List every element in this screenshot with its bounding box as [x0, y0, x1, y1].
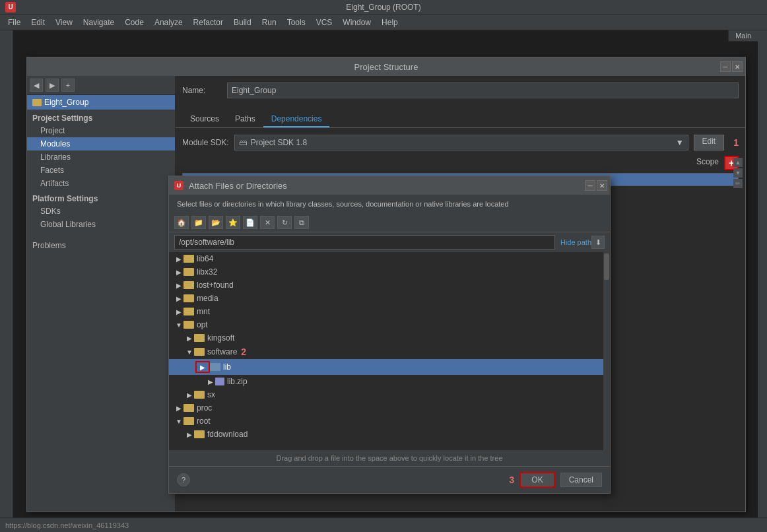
editor-tab[interactable]: Main [728, 30, 758, 42]
tree-facets[interactable]: Facets [27, 164, 175, 177]
module-eight-group-row[interactable]: Eight_Group [27, 95, 175, 110]
tree-item-media[interactable]: ▶ media [169, 292, 603, 305]
menu-vcs[interactable]: VCS [311, 17, 338, 28]
collapse-btn[interactable]: ✕ [260, 216, 275, 229]
tree-modules[interactable]: Modules [27, 137, 175, 150]
app-icon: U [5, 2, 16, 13]
module-folder-icon [32, 99, 42, 106]
ide-frame: Main Project Structure ─ ✕ [0, 30, 767, 532]
ok-button[interactable]: OK [519, 472, 554, 488]
copy-path-btn[interactable]: ⧉ [294, 216, 309, 229]
tree-item-mnt[interactable]: ▶ mnt [169, 305, 603, 318]
tree-libraries[interactable]: Libraries [27, 150, 175, 164]
ps-minimize-btn[interactable]: ─ [720, 61, 731, 72]
tree-sdks[interactable]: SDKs [27, 205, 175, 218]
menu-view[interactable]: View [50, 17, 78, 28]
folder-icon-mnt [183, 308, 194, 316]
menu-run[interactable]: Run [257, 17, 282, 28]
status-url: https://blog.csdn.net/weixin_46119343 [5, 521, 129, 529]
tree-artifacts[interactable]: Artifacts [27, 177, 175, 190]
menu-build[interactable]: Build [228, 17, 257, 28]
tree-project[interactable]: Project [27, 124, 175, 137]
refresh-btn[interactable]: ↻ [277, 216, 292, 229]
menu-tools[interactable]: Tools [282, 17, 311, 28]
tab-dependencies[interactable]: Dependencies [263, 112, 330, 127]
tree-item-proc[interactable]: ▶ proc [169, 401, 603, 415]
menu-edit[interactable]: Edit [26, 17, 50, 28]
parent-dir-btn[interactable]: 📂 [209, 216, 223, 229]
edit-button[interactable]: Edit [694, 135, 725, 150]
add-btn[interactable]: + [61, 79, 75, 92]
folder-icon-lostfound [183, 281, 194, 289]
favorites-btn[interactable]: ⭐ [226, 216, 240, 229]
menu-refactor[interactable]: Refactor [188, 17, 228, 28]
tree-item-libzip[interactable]: ▶ lib.zip [169, 375, 603, 388]
tree-item-fddownload[interactable]: ▶ fddownload [169, 428, 603, 441]
file-tree-scrollbar[interactable] [603, 252, 610, 450]
name-input[interactable] [227, 83, 739, 98]
menu-code[interactable]: Code [119, 17, 149, 28]
fb-toolbar: 🏠 📁 📂 ⭐ 📄 ✕ ↻ ⧉ [169, 213, 610, 232]
tree-item-lib64[interactable]: ▶ lib64 [169, 252, 603, 265]
tree-item-lib[interactable]: ▶ lib [169, 359, 603, 375]
dialog-icon: U [174, 181, 183, 190]
label-lib64: lib64 [197, 254, 213, 263]
folder-icon-libx32 [183, 268, 194, 276]
scroll-down-btn[interactable]: ▼ [733, 168, 743, 178]
forward-btn[interactable]: ▶ [46, 79, 59, 92]
module-name: Eight_Group [44, 98, 88, 107]
name-label: Name: [182, 86, 222, 95]
ps-win-controls: ─ ✕ [720, 61, 743, 72]
help-button[interactable]: ? [177, 473, 190, 486]
scroll-up-btn[interactable]: ▲ [733, 158, 743, 167]
annotation-3: 3 [510, 475, 515, 485]
label-fddownload: fddownload [207, 430, 248, 439]
back-btn[interactable]: ◀ [30, 79, 43, 92]
dialog-footer: ? 3 OK Cancel [169, 466, 610, 493]
tree-item-software[interactable]: ▼ software 2 [169, 345, 603, 359]
edit-ctrl-btn[interactable]: ✏ [733, 179, 743, 188]
chevron-proc: ▶ [174, 405, 183, 412]
hide-path-link[interactable]: Hide path [560, 238, 591, 246]
cancel-button[interactable]: Cancel [560, 473, 602, 487]
folder-icon-proc [183, 404, 194, 412]
sdk-select[interactable]: 🗃 Project SDK 1.8 ▼ [234, 135, 688, 150]
chevron-lib64: ▶ [174, 255, 183, 263]
label-media: media [197, 294, 218, 303]
annotation-1: 1 [733, 137, 739, 148]
dialog-close-btn[interactable]: ✕ [597, 180, 607, 191]
menu-navigate[interactable]: Navigate [78, 17, 119, 28]
tree-item-kingsoft[interactable]: ▶ kingsoft [169, 331, 603, 345]
path-input[interactable] [174, 235, 555, 249]
tree-global-libraries[interactable]: Global Libraries [27, 218, 175, 231]
menu-file[interactable]: File [3, 17, 26, 28]
label-libzip: lib.zip [227, 377, 248, 386]
tab-sources[interactable]: Sources [182, 112, 227, 127]
right-stripe [758, 30, 767, 532]
dialog-title: Attach Files or Directories [189, 181, 287, 191]
chevron-down-icon: ▼ [676, 138, 684, 147]
dialog-title-bar: U Attach Files or Directories ─ ✕ [169, 176, 610, 195]
menu-analyze[interactable]: Analyze [149, 17, 188, 28]
tree-problems[interactable]: Problems [27, 239, 175, 252]
tree-item-lostfound[interactable]: ▶ lost+found [169, 279, 603, 292]
menu-help[interactable]: Help [376, 17, 403, 28]
tree-item-opt[interactable]: ▼ opt [169, 318, 603, 331]
home-btn[interactable]: 🏠 [174, 216, 189, 229]
tree-item-sx[interactable]: ▶ sx [169, 388, 603, 401]
tree-item-libx32[interactable]: ▶ libx32 [169, 265, 603, 279]
ps-left-toolbar: ◀ ▶ + [27, 76, 175, 95]
tab-paths[interactable]: Paths [227, 112, 263, 127]
chevron-lib-wrapper: ▶ [195, 361, 210, 373]
expand-btn[interactable]: 📄 [243, 216, 257, 229]
title-bar-text: Eight_Group (ROOT) [346, 3, 420, 12]
tree-item-root[interactable]: ▼ root [169, 415, 603, 428]
scrollbar-thumb[interactable] [604, 253, 609, 280]
scope-label: Scope [696, 157, 719, 166]
ps-close-btn[interactable]: ✕ [732, 61, 743, 72]
download-btn[interactable]: ⬇ [591, 236, 605, 249]
dialog-minimize-btn[interactable]: ─ [585, 180, 595, 191]
menu-window[interactable]: Window [337, 17, 376, 28]
new-folder-btn[interactable]: 📁 [191, 216, 206, 229]
chevron-lib: ▶ [198, 364, 207, 371]
